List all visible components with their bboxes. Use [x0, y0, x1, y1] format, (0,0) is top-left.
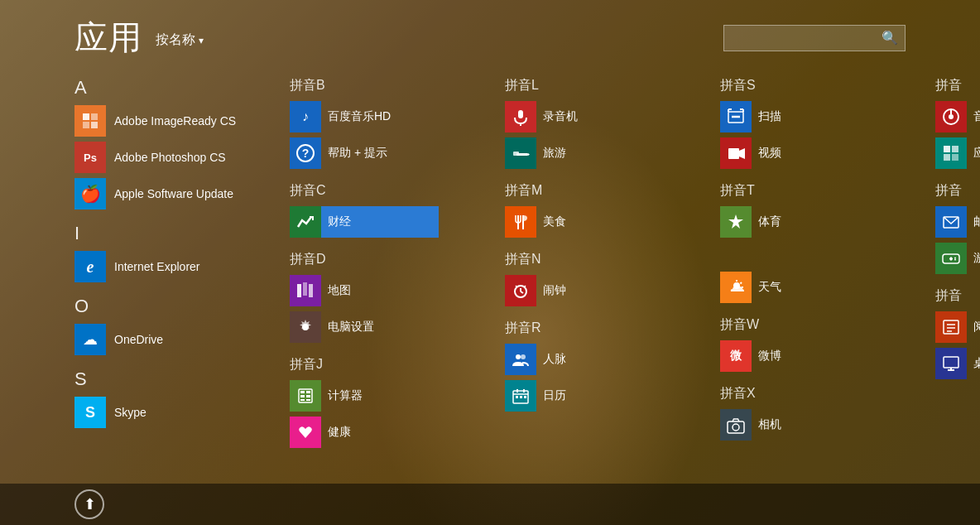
app-sports[interactable]: 体育 [720, 206, 886, 238]
app-skype[interactable]: S Skype [74, 397, 240, 428]
app-pc-settings[interactable]: 电脑设置 [290, 311, 455, 343]
pinyin-t-header: 拼音T [720, 182, 886, 200]
svg-rect-14 [306, 395, 310, 397]
app-recorder[interactable]: 录音机 [505, 101, 670, 132]
pinyin-j-header: 拼音J [290, 356, 455, 373]
app-name-apple-update: Apple Software Update [114, 187, 233, 200]
svg-rect-11 [300, 391, 305, 393]
svg-rect-58 [944, 154, 950, 161]
sort-button[interactable]: 按名称 ▾ [156, 31, 204, 49]
section-pinyin-lmnr: 拼音L 录音机 旅游 拼音M [505, 77, 670, 508]
icon-desktop-partial [935, 348, 967, 379]
section-A: A Adobe ImageReady CS Ps Adobe Photoshop… [74, 77, 240, 210]
section-pinyin-stwx: 拼音S 扫描 视频 拼音T [720, 77, 886, 508]
svg-marker-46 [739, 148, 745, 159]
svg-rect-57 [952, 146, 958, 152]
scroll-up-button[interactable]: ⬆ [74, 489, 104, 519]
pinyin-right2-header: 拼音 [935, 182, 980, 200]
svg-rect-0 [83, 113, 89, 120]
app-contacts[interactable]: 人脉 [505, 344, 670, 375]
name-desktop-partial: 桌面 [973, 356, 980, 371]
svg-point-30 [516, 354, 521, 359]
icon-game-partial [935, 243, 967, 274]
name-contacts: 人脉 [543, 352, 566, 367]
app-name-onedrive: OneDrive [114, 333, 163, 346]
app-video[interactable]: 视频 [720, 137, 886, 169]
app-name-skype: Skype [114, 406, 147, 419]
app-calculator[interactable]: 计算器 [290, 380, 455, 412]
bottom-bar: ⬆ [0, 484, 980, 525]
section-pinyin-b: 拼音B ♪ 百度音乐HD ? 帮助 + 提示 [290, 77, 455, 169]
app-finance[interactable]: 财经 [290, 206, 439, 238]
name-recorder: 录音机 [543, 109, 578, 124]
app-alarm[interactable]: 闹钟 [505, 275, 670, 306]
app-baidu-music[interactable]: ♪ 百度音乐HD [290, 101, 455, 132]
section-S: S S Skype [74, 368, 240, 428]
name-news-partial: 阅读 [973, 320, 980, 335]
search-icon[interactable]: 🔍 [882, 30, 898, 46]
svg-rect-16 [306, 399, 310, 401]
app-apple-update[interactable]: 🍎 Apple Software Update [74, 178, 240, 210]
app-icon-onedrive: ☁ [74, 324, 106, 355]
section-pinyin-c: 拼音C 财经 [290, 182, 455, 238]
svg-rect-17 [518, 110, 523, 118]
svg-marker-21 [528, 153, 530, 156]
section-pinyin-r: 拼音R 人脉 日历 [505, 320, 670, 412]
name-alarm: 闹钟 [543, 283, 566, 298]
app-music-partial[interactable]: 音乐 [935, 101, 980, 132]
icon-video [720, 137, 752, 169]
icon-pc-settings [290, 311, 321, 343]
app-weather[interactable]: 天气 [720, 272, 886, 303]
app-scan[interactable]: 扫描 [720, 101, 886, 132]
svg-rect-1 [91, 113, 98, 120]
icon-finance [290, 206, 321, 238]
app-adobe-imageready[interactable]: Adobe ImageReady CS [74, 105, 240, 137]
app-weibo[interactable]: 微 微博 [720, 340, 886, 372]
search-input[interactable] [731, 31, 882, 45]
pinyin-m-header: 拼音M [505, 182, 670, 200]
app-mail-partial[interactable]: 邮件 [935, 206, 980, 238]
letter-A: A [74, 77, 240, 99]
icon-food [505, 206, 536, 238]
name-sports: 体育 [758, 214, 781, 229]
pinyin-d-header: 拼音D [290, 251, 455, 268]
icon-contacts [505, 344, 536, 375]
app-apps-partial[interactable]: 应用商 [935, 137, 980, 169]
section-pinyin-n: 拼音N 闹钟 [505, 251, 670, 306]
svg-point-64 [954, 258, 956, 259]
svg-rect-37 [520, 396, 522, 398]
app-travel[interactable]: 旅游 [505, 137, 670, 169]
name-camera: 相机 [758, 417, 781, 432]
pinyin-n-header: 拼音N [505, 251, 670, 268]
app-help[interactable]: ? 帮助 + 提示 [290, 137, 455, 169]
section-I: I e Internet Explorer [74, 223, 240, 282]
app-camera[interactable]: 相机 [720, 409, 886, 441]
section-pinyin-s: 拼音S 扫描 视频 [720, 77, 886, 169]
app-health[interactable]: 健康 [290, 417, 455, 448]
svg-point-52 [733, 424, 739, 431]
letter-S: S [74, 368, 240, 390]
app-food[interactable]: 美食 [505, 206, 670, 238]
svg-rect-56 [944, 146, 950, 152]
icon-mail-partial [935, 206, 967, 238]
pinyin-s-header: 拼音S [720, 77, 886, 94]
chevron-down-icon: ▾ [199, 35, 204, 46]
icon-calculator [290, 380, 321, 412]
app-desktop-partial[interactable]: 桌面 [935, 348, 980, 379]
svg-rect-36 [516, 396, 518, 398]
app-game-partial[interactable]: 游戏 [935, 243, 980, 274]
section-pinyin-right2: 拼音 邮件 游戏 [935, 182, 980, 274]
name-food: 美食 [543, 214, 566, 229]
svg-line-49 [741, 282, 742, 284]
section-pinyin-d: 拼音D 地图 电脑设置 [290, 251, 455, 343]
app-ie[interactable]: e Internet Explorer [74, 251, 240, 282]
header: 应用 按名称 ▾ 🔍 [0, 0, 980, 69]
app-maps[interactable]: 地图 [290, 275, 455, 306]
app-news-partial[interactable]: 阅读 [935, 311, 980, 343]
app-adobe-photoshop[interactable]: Ps Adobe Photoshop CS [74, 142, 240, 173]
svg-rect-7 [303, 282, 307, 296]
app-onedrive[interactable]: ☁ OneDrive [74, 324, 240, 355]
app-calendar[interactable]: 日历 [505, 380, 670, 412]
section-pinyin-right1: 拼音 音乐 应用商 [935, 77, 980, 169]
name-baidu-music: 百度音乐HD [328, 109, 391, 124]
